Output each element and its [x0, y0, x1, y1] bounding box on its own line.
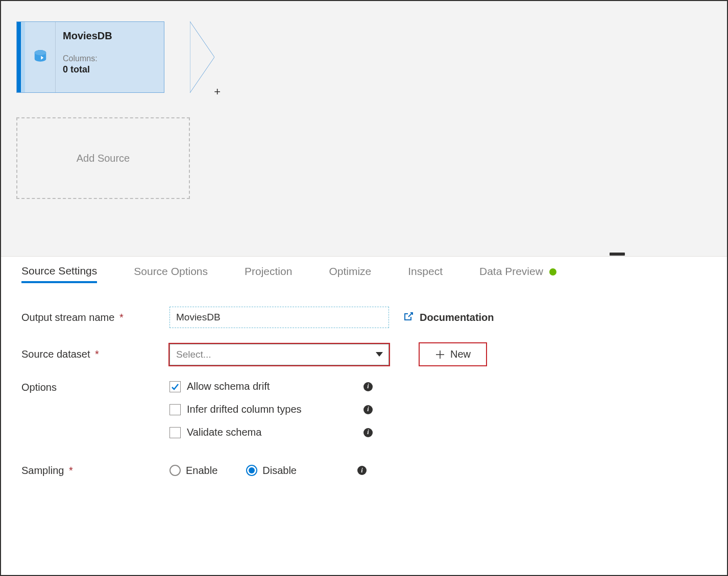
controls-output-stream: Documentation	[169, 307, 707, 328]
label-options: Options	[21, 381, 169, 393]
radio-enable-item[interactable]: Enable	[169, 465, 217, 477]
tab-optimize[interactable]: Optimize	[329, 265, 371, 283]
output-stream-name-input[interactable]	[169, 307, 389, 328]
label-enable: Enable	[186, 465, 217, 477]
node-title: MoviesDB	[63, 30, 157, 42]
svg-point-1	[34, 50, 46, 55]
status-dot-icon	[549, 268, 556, 276]
tab-bar: Source Settings Source Options Projectio…	[1, 257, 727, 286]
add-transformation-icon[interactable]: +	[214, 85, 221, 98]
checkbox-infer-types[interactable]	[169, 404, 181, 415]
row-output-stream: Output stream name * Documentat	[21, 307, 707, 328]
source-node-moviesdb[interactable]: MoviesDB Columns: 0 total +	[16, 21, 190, 93]
row-source-dataset: Source dataset * Select...	[21, 342, 707, 366]
info-icon[interactable]: i	[363, 428, 373, 437]
dataflow-canvas: MoviesDB Columns: 0 total + Add Source	[1, 1, 727, 256]
option-validate-schema: Validate schema i	[169, 427, 373, 438]
row-sampling: Sampling * Enable Disable	[21, 460, 707, 481]
source-dataset-placeholder: Select...	[176, 349, 211, 360]
properties-panel: Source Settings Source Options Projectio…	[1, 256, 727, 575]
node-accent-bar	[17, 22, 21, 92]
required-asterisk: *	[119, 312, 124, 323]
label-infer-types: Infer drifted column types	[187, 404, 302, 415]
label-output-stream: Output stream name *	[21, 312, 169, 323]
tab-source-settings[interactable]: Source Settings	[21, 265, 97, 283]
controls-source-dataset: Select... New	[169, 342, 707, 366]
label-sampling: Sampling *	[21, 465, 169, 477]
tab-projection[interactable]: Projection	[245, 265, 292, 283]
options-checks: Allow schema drift i Infer drifted colum…	[169, 381, 373, 449]
radio-disable[interactable]	[246, 465, 257, 476]
option-infer-types: Infer drifted column types i	[169, 404, 373, 415]
node-content: MoviesDB Columns: 0 total	[56, 22, 164, 92]
tab-data-preview[interactable]: Data Preview	[479, 265, 556, 283]
node-columns-label: Columns:	[63, 54, 157, 63]
label-output-stream-text: Output stream name	[21, 312, 114, 323]
documentation-link[interactable]: Documentation	[403, 311, 494, 324]
option-allow-schema-drift: Allow schema drift i	[169, 381, 373, 392]
form-area: Output stream name * Documentat	[1, 286, 727, 495]
checkbox-allow-schema-drift[interactable]	[169, 381, 181, 392]
plus-icon	[435, 349, 445, 360]
documentation-label: Documentation	[420, 312, 494, 323]
add-source-label: Add Source	[77, 153, 130, 164]
info-icon[interactable]: i	[363, 382, 373, 391]
source-dataset-select-wrap: Select...	[169, 344, 389, 365]
label-allow-schema-drift: Allow schema drift	[187, 381, 270, 392]
new-dataset-button[interactable]: New	[419, 342, 487, 366]
required-asterisk: *	[95, 348, 99, 360]
panel-resize-handle[interactable]	[610, 253, 625, 256]
node-arrow-shape	[190, 21, 214, 93]
app-frame: MoviesDB Columns: 0 total + Add Source S…	[0, 0, 728, 576]
required-asterisk: *	[69, 465, 73, 476]
tab-source-options[interactable]: Source Options	[134, 265, 208, 283]
source-node-body: MoviesDB Columns: 0 total	[16, 21, 164, 93]
add-source-box[interactable]: Add Source	[16, 117, 190, 199]
info-icon[interactable]: i	[363, 405, 373, 414]
label-source-dataset: Source dataset *	[21, 348, 169, 360]
radio-enable[interactable]	[169, 465, 181, 476]
row-options: Options Allow schema drift i	[21, 381, 707, 449]
new-button-label: New	[450, 348, 471, 360]
database-icon	[33, 49, 48, 65]
node-accent-bar-light	[21, 22, 25, 92]
info-icon[interactable]: i	[357, 466, 367, 475]
checkbox-validate-schema[interactable]	[169, 427, 181, 438]
node-columns-value: 0 total	[63, 64, 157, 75]
sampling-radio-group: Enable Disable	[169, 465, 297, 477]
node-icon-section	[25, 22, 56, 92]
label-validate-schema: Validate schema	[187, 427, 261, 438]
controls-sampling: Enable Disable i	[169, 465, 707, 477]
svg-marker-2	[190, 21, 214, 93]
external-link-icon	[403, 311, 414, 324]
radio-disable-item[interactable]: Disable	[246, 465, 297, 477]
tab-inspect[interactable]: Inspect	[408, 265, 443, 283]
label-disable: Disable	[262, 465, 297, 477]
source-dataset-select[interactable]: Select...	[169, 344, 389, 365]
label-sampling-text: Sampling	[21, 465, 64, 476]
label-source-dataset-text: Source dataset	[21, 348, 90, 360]
tab-data-preview-label: Data Preview	[479, 265, 543, 277]
